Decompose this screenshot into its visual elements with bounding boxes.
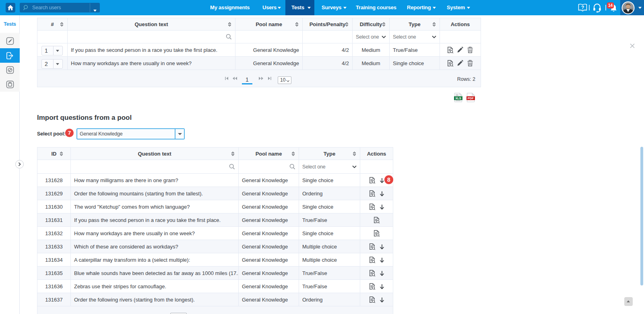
svg-text:?: ? xyxy=(581,5,584,10)
